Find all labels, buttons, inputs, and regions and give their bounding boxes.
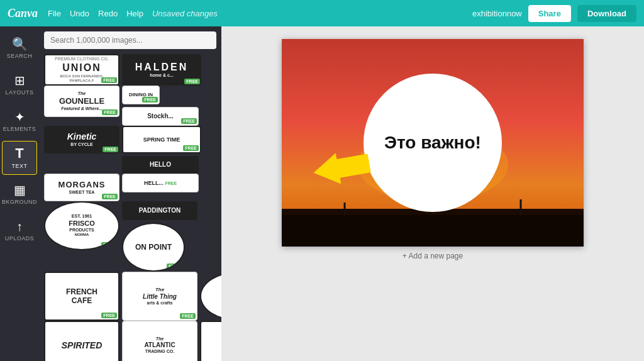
template-gounelle-text: The GOUNELLE Featured & Where... <box>57 89 107 114</box>
menu-file[interactable]: File <box>48 9 61 18</box>
dining-free-badge: FREE <box>142 97 158 103</box>
template-row-1: PREMIUM CLOTHING CO. UNION BOCA SAN FERN… <box>44 54 216 86</box>
template-halden[interactable]: HALDEN home & c... FREE <box>122 54 201 86</box>
sidebar-layouts-label: LAYOUTS <box>6 89 34 96</box>
sidebar-item-search[interactable]: 🔍 SEARCH <box>2 31 37 65</box>
template-halden-text: HALDEN home & c... <box>133 58 191 81</box>
svg-rect-8 <box>282 215 584 247</box>
template-paddington-text: PADDINGTON <box>136 204 183 217</box>
template-onpoint[interactable]: ON POINT FREE <box>122 223 185 272</box>
french-free-badge: FREE <box>101 313 117 318</box>
template-littlething[interactable]: The Little Thing arts & crafts FREE <box>122 272 197 321</box>
sidebar-item-elements[interactable]: ✦ ELEMENTS <box>2 104 37 138</box>
halden-free-badge: FREE <box>184 79 200 84</box>
template-dining[interactable]: DINING IN FREE <box>122 86 160 104</box>
sidebar: 🔍 SEARCH ⊞ LAYOUTS ✦ ELEMENTS T TEXT ▦ B… <box>0 26 39 361</box>
template-french[interactable]: FRENCH CAFE FREE <box>44 272 119 321</box>
template-frisco[interactable]: EST. 1961 FRISCO PRODUCTS NORMA FREE <box>44 201 119 250</box>
canvas-frame[interactable]: Это важно! <box>282 39 584 247</box>
template-spring-text: SPRING TIME <box>141 134 183 146</box>
template-atlantic-text: The ATLANTIC TRADING CO. <box>142 334 177 357</box>
template-row-2: The GOUNELLE Featured & Where... FREE DI… <box>44 86 216 126</box>
frisco-free-badge: FREE <box>101 242 117 248</box>
main-layout: 🔍 SEARCH ⊞ LAYOUTS ✦ ELEMENTS T TEXT ▦ B… <box>0 26 644 361</box>
gounelle-free-badge: FREE <box>102 109 118 115</box>
circle-main-text: Это важно! <box>384 133 481 153</box>
template-frisco-text: EST. 1961 FRISCO PRODUCTS NORMA <box>66 211 97 240</box>
topbar-right: exhibitionnow Share Download <box>472 5 636 22</box>
spring-free-badge: FREE <box>183 145 199 151</box>
template-morgans[interactable]: MORGANS SWEET TEA FREE <box>44 174 119 201</box>
unsaved-changes: Unsaved changes <box>152 9 218 18</box>
template-row-7: SPIRITED FREE The ATLANTIC TRADING CO. C… <box>44 321 216 361</box>
sidebar-uploads-label: UPLOADS <box>5 235 35 242</box>
sidebar-background-label: BKGROUND <box>2 199 37 205</box>
elements-icon: ✦ <box>14 111 25 123</box>
template-hell[interactable]: HELL... FREE <box>122 174 199 192</box>
white-circle[interactable]: Это важно! <box>364 74 502 212</box>
template-onpoint-text: ON POINT <box>133 240 174 254</box>
template-atlantic[interactable]: The ATLANTIC TRADING CO. <box>122 321 197 361</box>
template-french-text: FRENCH CAFE <box>64 285 100 308</box>
layouts-icon: ⊞ <box>14 74 25 87</box>
template-paddington[interactable]: PADDINGTON <box>122 201 197 220</box>
sidebar-item-uploads[interactable]: ↑ UPLOADS <box>2 214 37 248</box>
template-stockh-text: Stockh... <box>145 110 176 123</box>
menu-help[interactable]: Help <box>126 9 143 18</box>
stockh-free-badge: FREE <box>181 118 197 124</box>
menu-undo[interactable]: Undo <box>70 9 89 18</box>
sidebar-search-label: SEARCH <box>7 53 33 59</box>
template-corner[interactable]: CORNER bakeshop FREE <box>200 321 221 361</box>
text-icon: T <box>15 147 23 160</box>
background-icon: ▦ <box>14 184 26 196</box>
template-gounelle[interactable]: The GOUNELLE Featured & Where... FREE <box>44 86 119 117</box>
download-button[interactable]: Download <box>577 5 636 22</box>
username: exhibitionnow <box>472 9 522 18</box>
template-hello[interactable]: HELLO <box>122 156 199 174</box>
template-union[interactable]: PREMIUM CLOTHING CO. UNION BOCA SAN FERN… <box>44 54 119 86</box>
sidebar-item-background[interactable]: ▦ BKGROUND <box>2 177 37 211</box>
add-new-page[interactable]: + Add a new page <box>402 252 463 260</box>
union-free-badge: FREE <box>101 77 117 83</box>
topbar: Canva File Undo Redo Help Unsaved change… <box>0 0 644 26</box>
template-littlething-text: The Little Thing arts & crafts <box>140 284 179 308</box>
uploads-icon: ↑ <box>16 220 23 233</box>
template-kinetic-text: Kinetic BY CYCLE <box>65 129 99 150</box>
search-icon: 🔍 <box>12 38 28 50</box>
template-hell-text: HELL... FREE <box>142 177 179 189</box>
littlething-free-badge: FREE <box>180 313 196 319</box>
sidebar-text-label: TEXT <box>11 163 27 169</box>
menu-items: File Undo Redo Help Unsaved changes <box>48 9 218 18</box>
sidebar-item-layouts[interactable]: ⊞ LAYOUTS <box>2 68 37 102</box>
canva-logo: Canva <box>8 7 38 20</box>
share-button[interactable]: Share <box>528 5 571 22</box>
onpoint-free-badge: FREE <box>167 264 182 269</box>
template-hello-text: HELLO <box>147 158 174 171</box>
template-row-4: MORGANS SWEET TEA FREE HELL... FREE <box>44 174 216 201</box>
template-row-5: EST. 1961 FRISCO PRODUCTS NORMA FREE PAD… <box>44 201 216 272</box>
menu-redo[interactable]: Redo <box>98 9 118 18</box>
search-input[interactable] <box>44 31 216 49</box>
template-spirited-text: SPIRITED <box>59 338 105 353</box>
template-spring[interactable]: SPRING TIME FREE <box>122 126 201 153</box>
template-spirited[interactable]: SPIRITED FREE <box>44 321 119 361</box>
template-row-6: FRENCH CAFE FREE The Little Thing arts &… <box>44 272 216 321</box>
template-owrk[interactable]: O W K R FREE <box>200 272 221 321</box>
morgans-free-badge: FREE <box>102 194 118 199</box>
template-kinetic[interactable]: Kinetic BY CYCLE FREE <box>44 126 119 153</box>
kinetic-free-badge: FREE <box>103 147 118 152</box>
sidebar-item-text[interactable]: T TEXT <box>2 141 37 175</box>
template-panel: PREMIUM CLOTHING CO. UNION BOCA SAN FERN… <box>39 26 221 361</box>
canvas-area: Это важно! + Add a new page <box>221 26 644 361</box>
template-stockh[interactable]: Stockh... FREE <box>122 107 199 126</box>
sidebar-elements-label: ELEMENTS <box>3 126 36 132</box>
template-row-3: Kinetic BY CYCLE FREE SPRING TIME FREE H… <box>44 126 216 174</box>
template-morgans-text: MORGANS SWEET TEA <box>56 177 108 197</box>
